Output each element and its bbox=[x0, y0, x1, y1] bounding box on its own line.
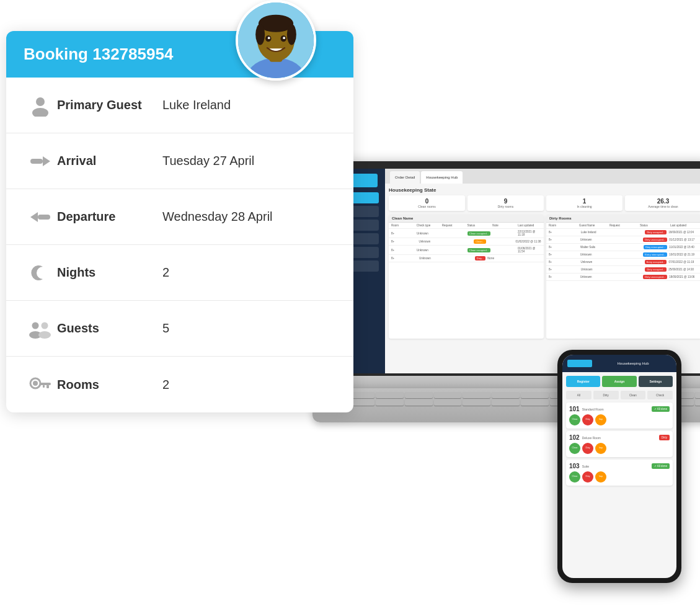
laptop-screen: Order Detail Housekeeping Hub Housekeepi… bbox=[335, 169, 700, 373]
dot-row: Clean Dirty Insp bbox=[569, 443, 670, 454]
room-row: 101 Standard Room ✓ All done bbox=[569, 406, 670, 412]
filter-row: All Dirty Clean Check bbox=[566, 391, 673, 399]
stat-clean-num: 0 bbox=[391, 198, 463, 205]
arrival-value: Tuesday 27 April bbox=[162, 154, 254, 168]
dot-inspect[interactable]: Insp bbox=[595, 414, 606, 425]
dot-row: Clean Dirty Insp bbox=[569, 471, 670, 483]
rooms-row: Rooms 2 bbox=[6, 357, 353, 412]
phone-body: Register Assign Settings All Dirty Clean… bbox=[562, 372, 676, 492]
svg-point-20 bbox=[38, 331, 51, 339]
svg-point-19 bbox=[42, 322, 48, 329]
key bbox=[463, 392, 490, 398]
svg-rect-23 bbox=[40, 383, 51, 385]
key bbox=[521, 392, 549, 398]
guests-label: Guests bbox=[57, 321, 162, 336]
screen-tabs: Order Detail Housekeeping Hub bbox=[385, 169, 700, 184]
svg-rect-24 bbox=[47, 385, 49, 388]
key bbox=[521, 399, 549, 406]
filter-all[interactable]: All bbox=[566, 391, 591, 399]
table-row: 8+ Walter Salis Dirty interrupted... 11/… bbox=[546, 244, 700, 251]
phone-tabs: Register Assign Settings bbox=[566, 376, 673, 387]
table-row: 8+ Unknown Entry interrupted... 10/01/20… bbox=[546, 251, 700, 259]
laptop-screen-outer: Order Detail Housekeeping Hub Housekeepi… bbox=[328, 161, 700, 376]
dot-clean[interactable]: Clean bbox=[569, 414, 580, 425]
tab-order-detail[interactable]: Order Detail bbox=[390, 171, 420, 184]
housekeeping-heading: Housekeeping State bbox=[389, 187, 700, 193]
filter-dirty[interactable]: Dirty bbox=[593, 391, 619, 399]
key bbox=[492, 392, 520, 398]
table-row: 8+ Unknown Dirty unoccupied... 18/09/202… bbox=[546, 274, 700, 281]
stat-avg-num: 26.3 bbox=[627, 198, 699, 205]
stat-avg-label: Average time to clean bbox=[627, 205, 699, 208]
svg-rect-15 bbox=[38, 215, 50, 220]
booking-card: Booking 132785954 Primary Guest Luke Ire… bbox=[6, 31, 353, 412]
svg-point-5 bbox=[255, 24, 265, 45]
table-row: Room Check type Request Status Note Last… bbox=[389, 223, 544, 229]
room-status-badge: ✓ All done bbox=[652, 406, 670, 412]
dot-dirty[interactable]: Dirty bbox=[582, 443, 593, 454]
moon-icon bbox=[24, 263, 57, 283]
dot-clean[interactable]: Clean bbox=[569, 471, 580, 483]
tab-housekeeping[interactable]: Housekeeping Hub bbox=[421, 171, 463, 184]
dot-dirty[interactable]: Dirty bbox=[582, 471, 593, 483]
stat-cleaning-label: In cleaning bbox=[549, 205, 620, 208]
stat-dirty: 9 Dirty rooms bbox=[467, 195, 544, 211]
room-number: 102 bbox=[569, 434, 580, 441]
key bbox=[405, 399, 433, 406]
arrival-label: Arrival bbox=[57, 154, 162, 168]
svg-point-22 bbox=[33, 381, 38, 386]
svg-point-12 bbox=[32, 108, 48, 117]
card-body: Primary Guest Luke Ireland Arrival Tuesd… bbox=[6, 78, 353, 412]
filter-clean[interactable]: Clean bbox=[621, 391, 646, 399]
room-card: 101 Standard Room ✓ All done Clean Dirty… bbox=[566, 403, 673, 429]
room-row: 102 Deluxe Room Dirty bbox=[569, 434, 670, 441]
table-row: 8+ Unknown Clean occupied... 22/12/2021 … bbox=[389, 229, 544, 238]
content-cols: Clean Name Room Check type Request Statu… bbox=[389, 215, 700, 339]
phone-topbar: Housekeeping Hub bbox=[562, 355, 676, 372]
phone-tab-register[interactable]: Register bbox=[566, 376, 600, 387]
table-row: 8+ Luke Ireland Dirty occupied... 18/09/… bbox=[546, 229, 700, 236]
dot-dirty[interactable]: Dirty bbox=[582, 414, 593, 425]
person-icon bbox=[24, 94, 57, 117]
phone-screen: Housekeeping Hub Register Assign Setting… bbox=[562, 355, 676, 578]
nights-value: 2 bbox=[162, 265, 169, 280]
phone-outer: Housekeeping Hub Register Assign Setting… bbox=[557, 350, 681, 583]
svg-point-17 bbox=[32, 322, 39, 329]
screen-body: Housekeeping State 0 Clean rooms 9 Dirty… bbox=[385, 184, 700, 373]
svg-point-11 bbox=[36, 97, 45, 106]
nights-row: Nights 2 bbox=[6, 245, 353, 301]
table-row: 8+ Unknown Dirty occupied... 25/09/2021 … bbox=[546, 266, 700, 274]
phone-logo bbox=[567, 360, 592, 367]
room-status-badge: ✓ All done bbox=[652, 463, 670, 469]
rooms-value: 2 bbox=[162, 378, 169, 392]
phone-tab-settings[interactable]: Settings bbox=[639, 376, 673, 387]
key bbox=[463, 399, 490, 406]
departure-row: Departure Wednesday 28 April bbox=[6, 189, 353, 245]
table-row: 8+ Unknown Dirty unoccupied... 01/12/202… bbox=[546, 236, 700, 244]
key bbox=[492, 399, 520, 406]
arrival-icon bbox=[24, 151, 57, 171]
booking-id: Booking 132785954 bbox=[24, 45, 173, 63]
room-number: 101 bbox=[569, 406, 580, 412]
svg-marker-14 bbox=[43, 156, 50, 166]
primary-guest-row: Primary Guest Luke Ireland bbox=[6, 78, 353, 133]
key bbox=[695, 399, 700, 406]
rooms-label: Rooms bbox=[57, 378, 162, 392]
guests-row: Guests 5 bbox=[6, 301, 353, 357]
room-row: 103 Suite ✓ All done bbox=[569, 463, 670, 469]
phone-tab-assign[interactable]: Assign bbox=[602, 376, 636, 387]
dot-inspect[interactable]: Insp bbox=[595, 471, 606, 483]
phone: Housekeeping Hub Register Assign Setting… bbox=[557, 350, 681, 583]
dot-inspect[interactable]: Insp bbox=[595, 443, 606, 454]
clean-rooms-header: Clean Name bbox=[389, 215, 544, 223]
clean-rooms-table: Room Check type Request Status Note Last… bbox=[389, 223, 544, 262]
stat-cleaning: 1 In cleaning bbox=[546, 195, 622, 211]
key-icon bbox=[24, 375, 57, 394]
table-row: 8+ Unknown Dirty... None bbox=[389, 255, 544, 262]
table-row: Room Guest Name Request Status Last upda… bbox=[546, 223, 700, 229]
stats-row: 0 Clean rooms 9 Dirty rooms 1 In cleanin… bbox=[389, 195, 700, 211]
screen-main: Order Detail Housekeeping Hub Housekeepi… bbox=[385, 169, 700, 373]
phone-title: Housekeeping Hub bbox=[595, 362, 671, 365]
dot-clean[interactable]: Clean bbox=[569, 443, 580, 454]
filter-check[interactable]: Check bbox=[647, 391, 673, 399]
